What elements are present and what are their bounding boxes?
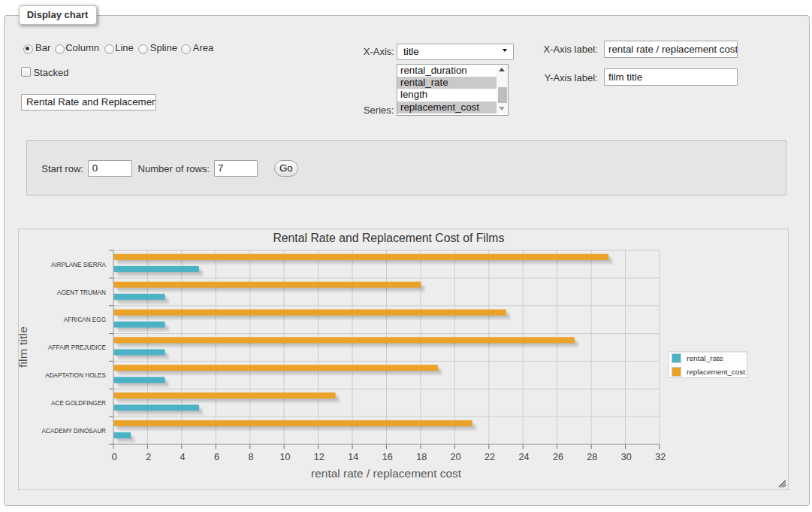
svg-text:18: 18	[416, 452, 427, 462]
svg-text:2: 2	[146, 452, 151, 462]
svg-text:16: 16	[382, 452, 393, 462]
svg-text:14: 14	[348, 452, 358, 462]
svg-text:ADAPTATION HOLES: ADAPTATION HOLES	[45, 371, 106, 379]
svg-text:film title: film title	[19, 326, 29, 368]
svg-text:28: 28	[587, 452, 597, 462]
svg-text:24: 24	[518, 452, 529, 462]
svg-text:20: 20	[451, 452, 461, 462]
svg-text:22: 22	[484, 452, 495, 462]
svg-text:AIRPLANE SIERRA: AIRPLANE SIERRA	[51, 261, 106, 268]
svg-text:6: 6	[214, 452, 219, 462]
svg-text:4: 4	[180, 452, 186, 462]
svg-text:10: 10	[279, 452, 290, 462]
svg-text:26: 26	[553, 452, 563, 462]
svg-text:Rental Rate and Replacement Co: Rental Rate and Replacement Cost of Film…	[273, 232, 504, 244]
svg-text:32: 32	[655, 452, 666, 462]
svg-text:12: 12	[314, 452, 324, 462]
svg-text:AGENT TRUMAN: AGENT TRUMAN	[57, 289, 106, 296]
svg-text:replacement_cost: replacement_cost	[687, 368, 745, 376]
svg-text:rental rate / replacement cost: rental rate / replacement cost	[311, 467, 462, 480]
svg-text:ACE GOLDFINGER: ACE GOLDFINGER	[51, 399, 106, 407]
svg-text:rental_rate: rental_rate	[687, 354, 723, 362]
svg-text:AFFAIR PREJUDICE: AFFAIR PREJUDICE	[48, 344, 106, 351]
svg-text:8: 8	[248, 452, 253, 462]
svg-text:0: 0	[112, 452, 117, 462]
svg-text:AFRICAN EGG: AFRICAN EGG	[64, 316, 106, 323]
svg-text:30: 30	[621, 452, 632, 462]
svg-text:ACADEMY DINOSAUR: ACADEMY DINOSAUR	[42, 427, 107, 435]
